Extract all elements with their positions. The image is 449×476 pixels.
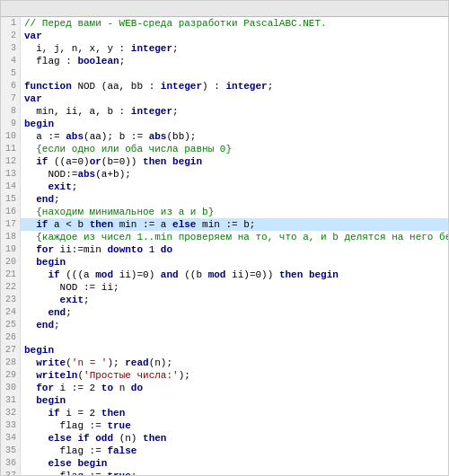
code-line: {каждое из чисел 1..min проверяем на то,… — [21, 231, 448, 243]
table-row: 33 flag := true — [1, 419, 448, 432]
table-row: 6function NOD (aa, bb : integer) : integ… — [1, 80, 448, 93]
code-line: begin — [21, 256, 66, 269]
line-number: 11 — [1, 143, 21, 155]
line-number: 34 — [1, 432, 21, 445]
table-row: 16 {находим минимальное из а и b} — [1, 206, 448, 218]
line-number: 9 — [1, 118, 21, 130]
code-line: if (((a mod ii)=0) and ((b mod ii)=0)) t… — [21, 269, 339, 281]
code-line: function NOD (aa, bb : integer) : intege… — [21, 80, 273, 93]
code-line: flag := false — [21, 445, 136, 457]
line-number: 30 — [1, 382, 21, 394]
code-line: NOD := ii; — [21, 281, 119, 294]
line-number: 16 — [1, 206, 21, 218]
line-number: 4 — [1, 55, 21, 67]
code-line: var — [21, 93, 42, 105]
table-row: 14 exit; — [1, 181, 448, 193]
table-row: 9begin — [1, 118, 448, 130]
code-line: begin — [21, 344, 54, 357]
table-row: 22 NOD := ii; — [1, 281, 448, 294]
table-row: 27begin — [1, 344, 448, 357]
line-number: 7 — [1, 93, 21, 105]
line-number: 2 — [1, 30, 21, 42]
table-row: 25 end; — [1, 319, 448, 331]
line-number: 3 — [1, 42, 21, 55]
code-line: writeln('Простые числа:'); — [21, 369, 190, 382]
code-line: // Перед вами - WEB-среда разработки Pas… — [21, 17, 327, 30]
code-line: for ii:=min downto 1 do — [21, 243, 172, 256]
code-line: flag := true; — [21, 470, 136, 476]
line-number: 22 — [1, 281, 21, 294]
line-number: 12 — [1, 155, 21, 168]
table-row: 32 if i = 2 then — [1, 407, 448, 419]
table-row: 15 end; — [1, 193, 448, 206]
line-number: 8 — [1, 105, 21, 118]
line-number: 27 — [1, 344, 21, 357]
code-line: exit; — [21, 181, 77, 193]
table-row: 31 begin — [1, 394, 448, 407]
table-row: 7var — [1, 93, 448, 105]
line-number: 19 — [1, 243, 21, 256]
code-line: else if odd (n) then — [21, 432, 166, 445]
code-line — [21, 67, 24, 80]
table-row: 11 {если одно или оба числа равны 0} — [1, 143, 448, 155]
line-number: 6 — [1, 80, 21, 93]
line-number: 21 — [1, 269, 21, 281]
code-line: if a < b then min := a else min := b; — [21, 218, 255, 231]
code-line: end; — [21, 319, 60, 331]
line-number: 25 — [1, 319, 21, 331]
code-line: i, j, n, x, y : integer; — [21, 42, 179, 55]
line-number: 37 — [1, 470, 21, 476]
code-line: NOD:=abs(a+b); — [21, 168, 131, 181]
table-row: 20 begin — [1, 256, 448, 269]
table-row: 26 — [1, 331, 448, 344]
table-row: 19 for ii:=min downto 1 do — [1, 243, 448, 256]
code-line: if i = 2 then — [21, 407, 125, 419]
table-row: 8 min, ii, a, b : integer; — [1, 105, 448, 118]
line-number: 28 — [1, 357, 21, 369]
table-row: 18 {каждое из чисел 1..min проверяем на … — [1, 231, 448, 243]
table-row: 23 exit; — [1, 294, 448, 306]
line-number: 17 — [1, 218, 21, 231]
code-line: min, ii, a, b : integer; — [21, 105, 179, 118]
code-container: 1// Перед вами - WEB-среда разработки Pa… — [0, 0, 449, 476]
table-row: 36 else begin — [1, 457, 448, 470]
table-row: 12 if ((a=0)or(b=0)) then begin — [1, 155, 448, 168]
table-row: 24 end; — [1, 306, 448, 319]
line-number: 1 — [1, 17, 21, 30]
line-number: 5 — [1, 67, 21, 80]
line-number: 36 — [1, 457, 21, 470]
table-row: 10 a := abs(aa); b := abs(bb); — [1, 130, 448, 143]
table-row: 34 else if odd (n) then — [1, 432, 448, 445]
code-area[interactable]: 1// Перед вами - WEB-среда разработки Pa… — [1, 17, 448, 476]
code-line: flag : boolean; — [21, 55, 125, 67]
line-number: 33 — [1, 419, 21, 432]
code-line: {находим минимальное из а и b} — [21, 206, 214, 218]
table-row: 1// Перед вами - WEB-среда разработки Pa… — [1, 17, 448, 30]
code-line: for i := 2 to n do — [21, 382, 143, 394]
code-line: var — [21, 30, 42, 42]
line-number: 31 — [1, 394, 21, 407]
toolbar — [1, 1, 448, 17]
code-line: exit; — [21, 294, 90, 306]
code-line: begin — [21, 394, 66, 407]
table-row: 37 flag := true; — [1, 470, 448, 476]
line-number: 15 — [1, 193, 21, 206]
line-number: 32 — [1, 407, 21, 419]
table-row: 4 flag : boolean; — [1, 55, 448, 67]
table-row: 13 NOD:=abs(a+b); — [1, 168, 448, 181]
code-line: end; — [21, 193, 60, 206]
line-number: 10 — [1, 130, 21, 143]
table-row: 17 if a < b then min := a else min := b; — [1, 218, 448, 231]
code-line: if ((a=0)or(b=0)) then begin — [21, 155, 202, 168]
table-row: 2var — [1, 30, 448, 42]
line-number: 24 — [1, 306, 21, 319]
line-number: 29 — [1, 369, 21, 382]
line-number: 18 — [1, 231, 21, 243]
code-line: else begin — [21, 457, 107, 470]
code-line: flag := true — [21, 419, 131, 432]
code-line: write('n = '); read(n); — [21, 357, 172, 369]
table-row: 35 flag := false — [1, 445, 448, 457]
line-number: 13 — [1, 168, 21, 181]
line-number: 14 — [1, 181, 21, 193]
table-row: 5 — [1, 67, 448, 80]
